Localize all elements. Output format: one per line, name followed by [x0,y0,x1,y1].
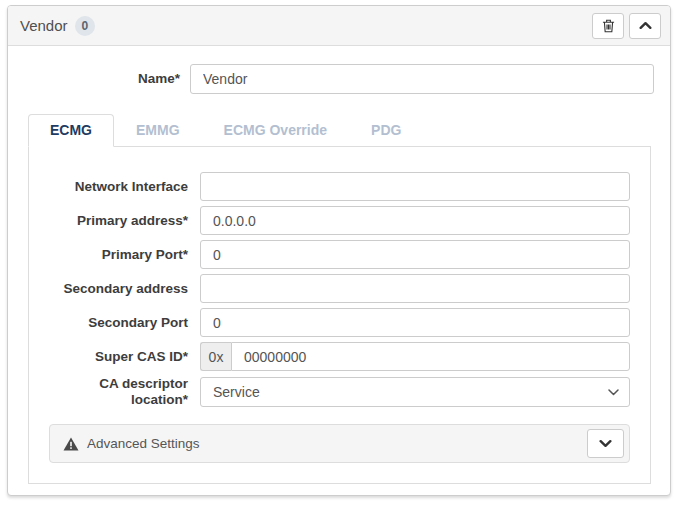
name-label: Name* [28,71,180,87]
vendor-count-badge: 0 [75,16,96,36]
secondary-port-row: Secondary Port [49,308,630,337]
chevron-down-icon [599,439,612,448]
chevron-down-icon [608,389,619,396]
ca-descriptor-location-label: CA descriptor location* [49,376,188,408]
ca-descriptor-location-value: Service [213,384,260,400]
ecmg-tab-content: Network Interface Primary address* Prima… [28,147,651,484]
warning-triangle-icon [63,437,79,451]
network-interface-row: Network Interface [49,172,630,201]
header-actions [592,13,661,39]
name-field-row: Name* [28,64,654,94]
super-cas-id-label: Super CAS ID* [49,349,188,365]
tab-pdg[interactable]: PDG [349,114,423,147]
chevron-up-icon [639,21,652,30]
secondary-address-row: Secondary address [49,274,630,303]
vendor-panel-body: Name* ECMG EMMG ECMG Override PDG Networ… [8,46,670,484]
collapse-panel-button[interactable] [629,13,661,39]
ca-descriptor-location-row: CA descriptor location* Service [49,376,630,408]
network-interface-label: Network Interface [49,179,188,195]
primary-port-input[interactable] [200,240,630,269]
delete-vendor-button[interactable] [592,13,624,39]
trash-icon [602,19,615,33]
primary-address-input[interactable] [200,206,630,235]
tab-emmg[interactable]: EMMG [114,114,202,147]
vendor-tab-box: ECMG EMMG ECMG Override PDG Network Inte… [28,114,651,484]
tab-bar: ECMG EMMG ECMG Override PDG [28,114,651,147]
secondary-port-input[interactable] [200,308,630,337]
name-input[interactable] [190,64,654,94]
super-cas-id-group: 0x [200,342,630,371]
tab-ecmg[interactable]: ECMG [28,114,114,147]
advanced-settings-label: Advanced Settings [87,436,200,451]
primary-port-row: Primary Port* [49,240,630,269]
panel-title: Vendor [20,17,68,34]
super-cas-id-input[interactable] [231,342,630,371]
secondary-address-input[interactable] [200,274,630,303]
super-cas-id-row: Super CAS ID* 0x [49,342,630,371]
vendor-panel-header: Vendor 0 [8,6,670,46]
primary-address-label: Primary address* [49,213,188,229]
primary-address-row: Primary address* [49,206,630,235]
expand-advanced-button[interactable] [587,429,624,458]
hex-prefix-addon: 0x [200,342,231,371]
advanced-settings-toggle[interactable]: Advanced Settings [49,424,630,463]
secondary-address-label: Secondary address [49,281,188,297]
tab-ecmg-override[interactable]: ECMG Override [202,114,349,147]
primary-port-label: Primary Port* [49,247,188,263]
network-interface-input[interactable] [200,172,630,201]
secondary-port-label: Secondary Port [49,315,188,331]
ca-descriptor-location-select[interactable]: Service [200,377,630,407]
vendor-panel: Vendor 0 Name* [7,5,671,496]
